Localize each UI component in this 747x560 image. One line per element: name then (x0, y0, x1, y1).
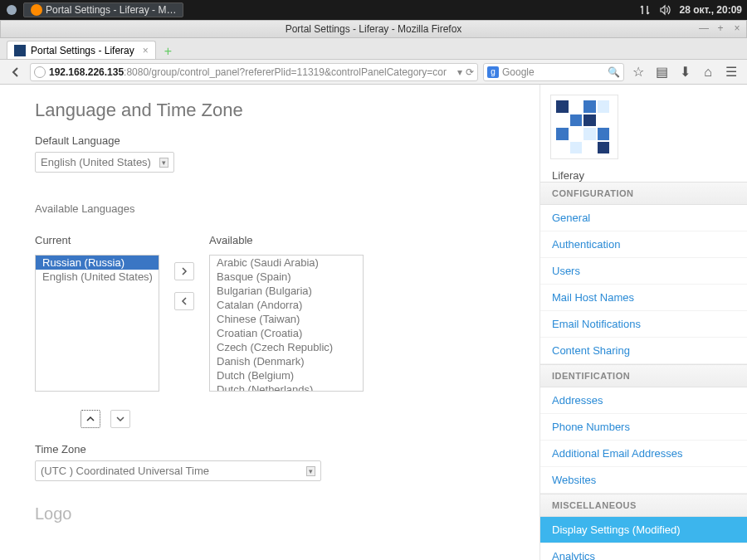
site-identity-icon[interactable] (34, 66, 46, 78)
new-tab-button[interactable]: + (161, 44, 175, 59)
logo-section-heading: Logo (35, 504, 520, 523)
tab-active[interactable]: Portal Settings - Liferay × (7, 41, 156, 59)
list-item[interactable]: Danish (Denmark) (210, 354, 363, 368)
move-up-button[interactable] (81, 410, 100, 428)
taskbar-app-title: Portal Settings - Liferay - M… (46, 4, 176, 16)
list-item[interactable]: Dutch (Belgium) (210, 368, 363, 382)
url-bar[interactable]: 192.168.226.135 :8080/group/control_pane… (30, 63, 478, 81)
sidebar-group-heading: MISCELLANEOUS (540, 494, 747, 517)
settings-sidebar: Liferay CONFIGURATIONGeneralAuthenticati… (540, 85, 747, 560)
nav-toolbar: 192.168.226.135 :8080/group/control_pane… (0, 60, 747, 85)
search-placeholder: Google (502, 66, 535, 78)
activities-menu-icon[interactable] (5, 3, 18, 17)
available-languages-label: Available Languages (35, 202, 520, 216)
list-item[interactable]: Dutch (Netherlands) (210, 382, 363, 392)
firefox-icon (31, 4, 42, 16)
tab-favicon (14, 45, 26, 56)
chevron-down-icon: ▾ (306, 466, 315, 476)
list-item[interactable]: Croatian (Croatia) (210, 326, 363, 340)
downloads-icon[interactable]: ⬇ (676, 63, 694, 81)
sidebar-group-heading: CONFIGURATION (540, 182, 747, 205)
bookmark-star-icon[interactable]: ☆ (629, 63, 647, 81)
url-host: 192.168.226.135 (49, 66, 124, 78)
move-left-button[interactable] (174, 292, 194, 310)
sidebar-item[interactable]: Additional Email Addresses (540, 441, 747, 467)
list-item[interactable]: Chinese (Taiwan) (210, 312, 363, 326)
search-bar[interactable]: g Google 🔍 (483, 63, 624, 81)
sidebar-item[interactable]: General (540, 205, 747, 231)
dropdown-history-icon[interactable]: ▾ (457, 66, 462, 78)
move-down-button[interactable] (110, 410, 130, 428)
list-item[interactable]: Catalan (Andorra) (210, 298, 363, 312)
window-titlebar: Portal Settings - Liferay - Mozilla Fire… (0, 20, 747, 38)
sidebar-item[interactable]: Content Sharing (540, 338, 747, 364)
volume-icon[interactable] (659, 4, 671, 16)
timezone-select[interactable]: (UTC ) Coordinated Universal Time ▾ (35, 460, 321, 481)
default-language-value: English (United States) (41, 156, 151, 168)
list-item[interactable]: Arabic (Saudi Arabia) (210, 256, 363, 270)
url-rest: :8080/group/control_panel?refererPlid=11… (124, 66, 447, 78)
list-item[interactable]: Basque (Spain) (210, 270, 363, 284)
list-item[interactable]: Russian (Russia) (36, 256, 159, 270)
current-languages-listbox[interactable]: Russian (Russia)English (United States) (35, 255, 159, 392)
brand-name: Liferay (552, 169, 747, 182)
os-top-panel: Portal Settings - Liferay - M… 28 окт., … (0, 0, 747, 20)
home-icon[interactable]: ⌂ (699, 63, 717, 81)
chevron-down-icon: ▾ (159, 158, 168, 168)
taskbar-app[interactable]: Portal Settings - Liferay - M… (23, 2, 183, 17)
current-list-label: Current (35, 234, 159, 246)
tab-close-button[interactable]: × (143, 45, 149, 56)
hamburger-menu-icon[interactable]: ☰ (722, 63, 740, 81)
main-content: Language and Time Zone Default Language … (0, 85, 540, 560)
svg-point-0 (7, 5, 17, 15)
sidebar-item[interactable]: Websites (540, 467, 747, 494)
sidebar-item[interactable]: Phone Numbers (540, 414, 747, 441)
sidebar-item[interactable]: Authentication (540, 231, 747, 258)
default-language-select[interactable]: English (United States) ▾ (35, 152, 174, 173)
tab-title: Portal Settings - Liferay (31, 45, 134, 56)
sidebar-group-heading: IDENTIFICATION (540, 364, 747, 387)
back-button[interactable] (7, 63, 25, 81)
sidebar-item[interactable]: Mail Host Names (540, 285, 747, 311)
clock[interactable]: 28 окт., 20:09 (679, 4, 742, 16)
timezone-value: (UTC ) Coordinated Universal Time (41, 465, 209, 477)
window-minimize-button[interactable]: — (698, 22, 710, 34)
window-maximize-button[interactable]: + (715, 22, 726, 34)
google-engine-icon[interactable]: g (487, 66, 499, 78)
tab-strip: Portal Settings - Liferay × + (0, 38, 747, 60)
available-list-label: Available (209, 234, 364, 246)
network-icon[interactable] (639, 4, 651, 16)
list-item[interactable]: Czech (Czech Republic) (210, 340, 363, 354)
default-language-label: Default Language (35, 134, 520, 147)
timezone-label: Time Zone (35, 443, 520, 455)
move-right-button[interactable] (174, 262, 194, 280)
sidebar-item[interactable]: Analytics (540, 543, 747, 560)
sidebar-item[interactable]: Email Notifications (540, 311, 747, 338)
sidebar-item[interactable]: Users (540, 258, 747, 285)
window-close-button[interactable]: × (731, 22, 743, 34)
list-item[interactable]: English (United States) (36, 270, 159, 284)
available-languages-listbox[interactable]: Arabic (Saudi Arabia)Basque (Spain)Bulga… (209, 255, 364, 392)
page-title: Language and Time Zone (35, 100, 520, 121)
brand-logo (550, 95, 618, 159)
search-icon[interactable]: 🔍 (608, 66, 620, 78)
bookmarks-menu-icon[interactable]: ▤ (652, 63, 671, 81)
list-item[interactable]: Bulgarian (Bulgaria) (210, 284, 363, 298)
sidebar-item[interactable]: Display Settings (Modified) (540, 517, 747, 543)
sidebar-item[interactable]: Addresses (540, 387, 747, 414)
window-title: Portal Settings - Liferay - Mozilla Fire… (286, 23, 462, 35)
reload-icon[interactable]: ⟳ (466, 66, 474, 78)
